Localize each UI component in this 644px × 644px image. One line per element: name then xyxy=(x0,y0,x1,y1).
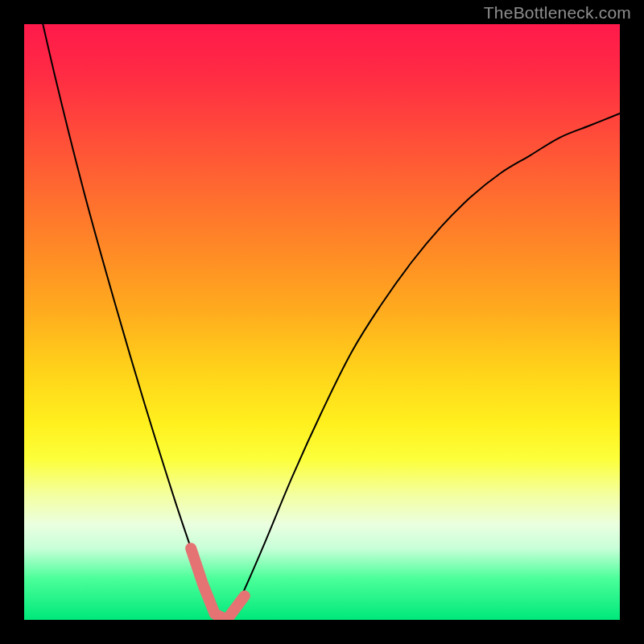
chart-frame: TheBottleneck.com xyxy=(0,0,644,644)
watermark-text: TheBottleneck.com xyxy=(484,3,631,23)
bottleneck-curve xyxy=(24,24,620,620)
chart-svg xyxy=(24,24,620,620)
optimal-marker xyxy=(191,548,245,620)
plot-area xyxy=(24,24,620,620)
